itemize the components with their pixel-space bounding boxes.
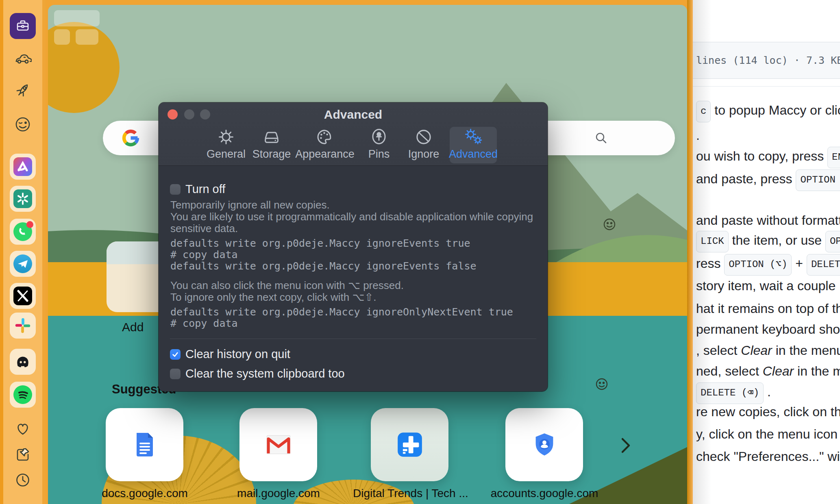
readme-text: , select — [696, 343, 741, 358]
readme-line: story item, wait a couple — [696, 277, 836, 295]
defaults-code-block-1: defaults write org.p0deje.Maccy ignoreEv… — [170, 238, 477, 272]
clear-history-checkbox[interactable] — [170, 349, 181, 360]
google-g-logo — [122, 129, 140, 147]
shortcut-digital-trends[interactable] — [371, 408, 448, 481]
kbd-badge: ENTER — [827, 147, 840, 168]
readme-line: re new copies, click on the — [696, 403, 840, 421]
car-icon — [14, 50, 32, 67]
kbd-badge: OPTION (⌥) — [724, 254, 792, 276]
kbd-badge: DELETE — [807, 254, 840, 276]
favorites-tab[interactable] — [15, 421, 31, 437]
shortcut-label: mail.google.com — [222, 487, 335, 500]
file-meta-text: lines (114 loc) · 7.3 KB — [696, 54, 840, 66]
arc-browser-icon — [13, 157, 32, 176]
readme-panel: lines (114 loc) · 7.3 KB c to popup Macc… — [693, 0, 840, 504]
readme-text: ou wish to copy, press — [696, 149, 827, 163]
menu-hint-1: You can also click the menu icon with ⌥ … — [170, 280, 536, 291]
tab-storage[interactable]: Storage — [241, 127, 302, 163]
readme-text: in the m — [794, 364, 840, 378]
turn-off-label: Turn off — [185, 182, 225, 196]
rocket-icon — [14, 81, 32, 99]
app-spotify[interactable] — [10, 382, 36, 408]
clear-clipboard-row[interactable]: Clear the system clipboard too — [170, 367, 345, 380]
slack-icon — [13, 316, 32, 335]
kbd-badge: OPTION — [825, 231, 840, 252]
readme-line: , select Clear in the menu, — [696, 341, 840, 359]
readme-text: permanent keyboard shor — [696, 322, 840, 337]
kbd-badge: OPTION (⌥ — [796, 169, 840, 191]
history-tab[interactable] — [15, 472, 31, 488]
car-tab[interactable] — [14, 50, 32, 67]
readme-text: . — [696, 128, 700, 143]
app-telegram[interactable] — [10, 251, 36, 277]
tab-appearance[interactable]: Appearance — [294, 127, 355, 163]
tab-advanced[interactable]: Advanced — [443, 127, 504, 163]
readme-text: and paste without formatti — [696, 213, 840, 228]
more-shortcuts-chevron[interactable] — [620, 437, 631, 456]
app-x[interactable] — [10, 283, 36, 309]
readme-text: y, click on the menu icon — [696, 427, 838, 441]
readme-text: check "Preferences..." wi — [696, 449, 840, 464]
search-icon[interactable] — [595, 132, 607, 144]
menu-hint-2: To ignore only the next copy, click with… — [170, 291, 536, 303]
readme-text: ned, select — [696, 364, 763, 378]
shortcut-docs[interactable] — [106, 408, 183, 481]
google-docs-icon — [133, 431, 156, 458]
app-discord[interactable] — [10, 349, 36, 375]
internal-drive-icon — [241, 127, 302, 146]
file-meta-bar: lines (114 loc) · 7.3 KB — [693, 42, 840, 79]
readme-line: permanent keyboard shor — [696, 320, 840, 338]
digital-trends-icon — [397, 432, 423, 458]
discord-icon — [13, 352, 32, 371]
defaults-code-block-2: defaults write org.p0deje.Maccy ignoreOn… — [170, 306, 513, 329]
smiley-doodle — [602, 217, 617, 232]
readme-line: DELETE (⌫) . — [696, 382, 771, 404]
shortcut-label: accounts.google.com — [487, 487, 601, 500]
readme-text: hat it remains on top of th — [696, 301, 840, 316]
readme-italic: Clear — [763, 364, 794, 378]
clear-history-row[interactable]: Clear history on quit — [170, 348, 290, 361]
paint-palette-icon — [294, 127, 355, 146]
readme-text: ress — [696, 256, 724, 271]
pinned-tab[interactable] — [15, 446, 31, 463]
turn-off-row[interactable]: Turn off — [170, 182, 225, 196]
kbd-badge: c — [696, 101, 711, 122]
readme-line: y, click on the menu icon — [696, 425, 838, 443]
readme-line: and paste without formatti — [696, 211, 840, 229]
window-edge-strip — [687, 0, 693, 504]
readme-text: the item, or use — [729, 233, 825, 248]
readme-text: story item, wait a couple — [696, 278, 836, 293]
readme-line: ress OPTION (⌥) + DELETE — [696, 254, 840, 276]
readme-text: and paste, press — [696, 172, 796, 186]
readme-line: ou wish to copy, press ENTER — [696, 147, 840, 168]
readme-line: check "Preferences..." wi — [696, 448, 840, 465]
rocket-tab[interactable] — [14, 81, 32, 99]
briefcase-icon — [15, 18, 31, 34]
app-arc[interactable] — [10, 154, 36, 180]
app-chatgpt[interactable] — [10, 186, 36, 212]
readme-line: c to popup Maccy or click — [696, 101, 840, 122]
clear-clipboard-label: Clear the system clipboard too — [185, 367, 345, 380]
x-icon — [13, 287, 32, 305]
maccy-preferences-window: Advanced General Storage Appearance — [159, 102, 548, 391]
clear-history-label: Clear history on quit — [185, 348, 290, 361]
app-whatsapp[interactable] — [10, 219, 36, 245]
shortcut-label: docs.google.com — [88, 487, 202, 500]
readme-line: ned, select Clear in the m — [696, 362, 840, 380]
content-top-border — [693, 86, 840, 87]
notification-badge — [26, 221, 33, 228]
readme-text: re new copies, click on the — [696, 404, 840, 419]
kbd-badge: DELETE (⌫) — [696, 382, 764, 404]
workspace-briefcase-tile[interactable] — [10, 13, 36, 39]
shortcut-gmail[interactable] — [239, 408, 317, 481]
turn-off-checkbox[interactable] — [170, 184, 181, 195]
spotify-icon — [13, 385, 32, 404]
wink-face-tab[interactable] — [14, 115, 32, 133]
readme-line: hat it remains on top of th — [696, 300, 840, 317]
shortcut-google-accounts[interactable] — [505, 408, 583, 481]
readme-text: to popup Maccy or click — [711, 103, 840, 117]
app-slack[interactable] — [10, 313, 36, 339]
clear-clipboard-checkbox[interactable] — [170, 369, 181, 379]
dialog-toolbar: Advanced General Storage Appearance — [159, 102, 548, 166]
dialog-title: Advanced — [159, 108, 548, 122]
